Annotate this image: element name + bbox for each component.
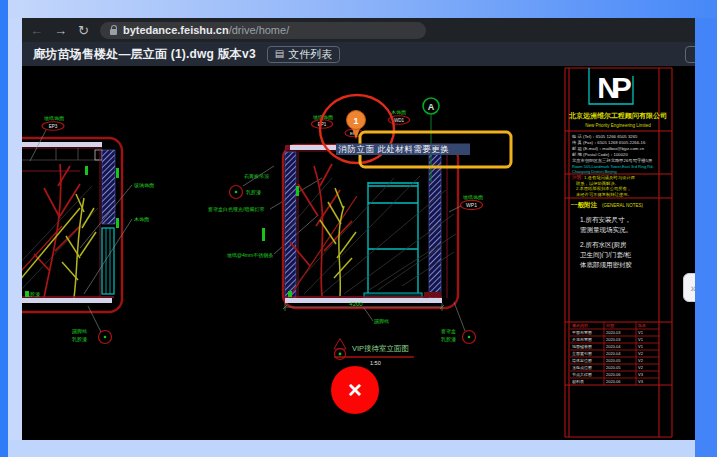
left-drawing-labels: 墙纸饰面 EP3 玻璃饰面 木饰面 乳胶漆 踢脚线 乳胶漆 bbox=[25, 115, 154, 344]
svg-text:材料表: 材料表 bbox=[571, 379, 584, 385]
document-title: 廊坊苗场售楼处—层立面 (1).dwg 版本v3 bbox=[33, 46, 256, 63]
svg-text:日期: 日期 bbox=[606, 323, 614, 328]
general-notes-heading-cn: 一般附注 bbox=[571, 201, 598, 209]
paint-label: 乳胶漆 bbox=[441, 336, 456, 343]
revision-table: 修改内容 日期 版本 平面布置图2020.03V1 天花布置图2020.03V1… bbox=[570, 322, 659, 385]
svg-text:V3: V3 bbox=[638, 372, 644, 377]
forward-icon[interactable]: → bbox=[54, 24, 67, 37]
svg-text:卫生间)门/门套/柜: 卫生间)门/门套/柜 bbox=[580, 251, 632, 259]
hatched-column bbox=[285, 152, 296, 298]
svg-text:2.所有水区(厨房: 2.所有水区(厨房 bbox=[580, 241, 627, 249]
reload-icon[interactable]: ↻ bbox=[78, 24, 89, 37]
svg-text:修改内容: 修改内容 bbox=[572, 323, 588, 328]
table-rows: 平面布置图2020.03V1 天花布置图2020.03V1 地面铺装图2020.… bbox=[571, 330, 644, 385]
panel-expander[interactable]: » bbox=[683, 273, 695, 302]
url-path: /drive/home/ bbox=[229, 24, 290, 36]
drawing-title: VIP接待室立面图 bbox=[352, 344, 409, 353]
svg-text:2020.03: 2020.03 bbox=[606, 337, 621, 342]
svg-text:电 话 (Tel)：6505 1266 6505 3265: 电 话 (Tel)：6505 1266 6505 3265 bbox=[572, 134, 638, 139]
title-triangle-symbol bbox=[334, 339, 346, 350]
svg-text:立面索引图: 立面索引图 bbox=[572, 351, 592, 356]
svg-text:2.本图纸版权归本公司所有，: 2.本图纸版权归本公司所有， bbox=[576, 186, 631, 191]
tree-branches-red bbox=[290, 164, 357, 296]
wood-label: 木饰面 bbox=[134, 216, 149, 223]
drawing-title-group: VIP接待室立面图 1:50 bbox=[334, 339, 414, 366]
svg-text:未经许可不得复制转让使用。: 未经许可不得复制转让使用。 bbox=[576, 192, 632, 198]
browser-toolbar: ← → ↻ bytedance.feishu.cn/drive/home/ bbox=[22, 18, 695, 42]
paint-label: 乳胶漆 bbox=[25, 291, 40, 298]
comment-text: 消防立面 此处材料需要更换 bbox=[338, 144, 450, 154]
svg-text:体底部须用密封胶: 体底部须用密封胶 bbox=[580, 261, 633, 269]
pin-number: 1 bbox=[353, 116, 358, 126]
frame-bottom bbox=[8, 440, 695, 457]
svg-text:V1: V1 bbox=[638, 330, 644, 335]
svg-text:墙体定位图: 墙体定位图 bbox=[571, 358, 592, 363]
tag-top-label: 木饰面 bbox=[391, 109, 406, 116]
svg-text:平面布置图: 平面布置图 bbox=[572, 330, 592, 335]
dimension-text: 4200 bbox=[349, 301, 363, 307]
svg-text:V2: V2 bbox=[638, 358, 644, 363]
svg-text:地面铺装图: 地面铺装图 bbox=[571, 344, 592, 349]
tag-wp1: WP1 bbox=[466, 202, 477, 208]
svg-text:2020.06: 2020.06 bbox=[606, 379, 621, 384]
skirting-label: 踢脚线 bbox=[374, 318, 389, 325]
svg-text:需测量现场实况。: 需测量现场实况。 bbox=[580, 226, 632, 234]
back-icon[interactable]: ← bbox=[30, 24, 43, 37]
np-logo: NP bbox=[597, 71, 631, 104]
lock-icon bbox=[110, 29, 117, 35]
close-button[interactable]: × bbox=[331, 366, 379, 414]
glass-panel bbox=[102, 228, 114, 294]
browser-window: ← → ↻ bytedance.feishu.cn/drive/home/ 廊坊… bbox=[22, 18, 695, 440]
middle-labels: 石膏板吊顶 乳胶漆 窗帘盒白色哑光/暗藏灯带 墙纸@4mm不锈钢条 bbox=[208, 166, 322, 259]
header-edge-button[interactable] bbox=[685, 46, 695, 63]
svg-text:天花布置图: 天花布置图 bbox=[572, 337, 592, 342]
drawing-scale: 1:50 bbox=[370, 360, 381, 366]
beam-symbol bbox=[95, 150, 102, 160]
address-en: Room 505,Landmark Tower,East 3rd Ring Rd… bbox=[572, 164, 654, 174]
axis-letter: A bbox=[428, 102, 435, 112]
address-bar[interactable]: bytedance.feishu.cn/drive/home/ bbox=[100, 22, 426, 39]
svg-text:V1: V1 bbox=[638, 337, 644, 342]
floor-line bbox=[22, 298, 112, 303]
tree-branches-red bbox=[22, 164, 80, 298]
company-name-en: New Priority Engineering Limited bbox=[585, 123, 651, 128]
table-header: 修改内容 日期 版本 bbox=[572, 323, 646, 328]
title-block: NP 北京远洲维尔工程顾问有限公司 New Priority Engineeri… bbox=[565, 68, 672, 437]
svg-text:V1: V1 bbox=[638, 344, 644, 349]
svg-text:2020.05: 2020.05 bbox=[606, 358, 621, 363]
tag-ep3: EP3 bbox=[49, 124, 58, 129]
svg-text:V2: V2 bbox=[638, 365, 644, 370]
close-icon: × bbox=[348, 376, 362, 404]
curtain-box-label: 窗帘盒 bbox=[441, 328, 456, 335]
tag-wd1: WD1 bbox=[394, 118, 405, 123]
floor-line bbox=[285, 298, 442, 303]
general-notes-heading-en: (GENERAL NOTES) bbox=[602, 203, 644, 208]
svg-text:Chaoyang District,Beijing: Chaoyang District,Beijing bbox=[572, 169, 617, 174]
svg-text:节点大样图: 节点大样图 bbox=[572, 372, 592, 377]
file-list-icon: ▤ bbox=[275, 49, 284, 59]
svg-text:邮 编 (Postal Code)：100020: 邮 编 (Postal Code)：100020 bbox=[572, 152, 628, 157]
svg-text:2020.03: 2020.03 bbox=[606, 330, 621, 335]
wallpaper-label: 墙纸@4mm不锈钢条 bbox=[226, 252, 273, 259]
file-list-button[interactable]: ▤ 文件列表 bbox=[267, 46, 340, 63]
svg-text:V2: V2 bbox=[638, 351, 644, 356]
ceiling-label: 石膏板吊顶 bbox=[244, 173, 269, 180]
finish-label: 墙纸饰面 bbox=[43, 115, 64, 122]
hatched-column bbox=[102, 150, 115, 224]
glass-label: 玻璃饰面 bbox=[133, 182, 154, 189]
company-name-cn: 北京远洲维尔工程顾问有限公司 bbox=[568, 111, 667, 120]
dwg-canvas[interactable]: 墙纸饰面 EP3 玻璃饰面 木饰面 乳胶漆 踢脚线 乳胶漆 石膏板吊顶 bbox=[22, 66, 695, 440]
center-elevation-drawing bbox=[283, 145, 458, 308]
svg-text:V3: V3 bbox=[638, 379, 644, 384]
window-frame bbox=[368, 182, 418, 296]
svg-text:版本: 版本 bbox=[638, 323, 646, 328]
svg-text:2020.06: 2020.06 bbox=[606, 372, 621, 377]
general-notes: 1.所有安装尺寸， 需测量现场实况。 2.所有水区(厨房 卫生间)门/门套/柜 … bbox=[580, 216, 633, 269]
svg-text:2020.04: 2020.04 bbox=[606, 351, 621, 356]
remark-notes: 1.遇有疑问请及时与设计师 联系，以便协商解决。 2.本图纸版权归本公司所有， … bbox=[576, 175, 636, 198]
svg-text:传 真 (Fax)：6505 1268 6505 2266: 传 真 (Fax)：6505 1268 6505 2266-16 bbox=[571, 140, 646, 145]
paint-label: 乳胶漆 bbox=[72, 336, 87, 343]
paint-label: 乳胶漆 bbox=[246, 189, 261, 196]
svg-text:2020.04: 2020.04 bbox=[606, 344, 621, 349]
frame-top bbox=[0, 0, 717, 18]
